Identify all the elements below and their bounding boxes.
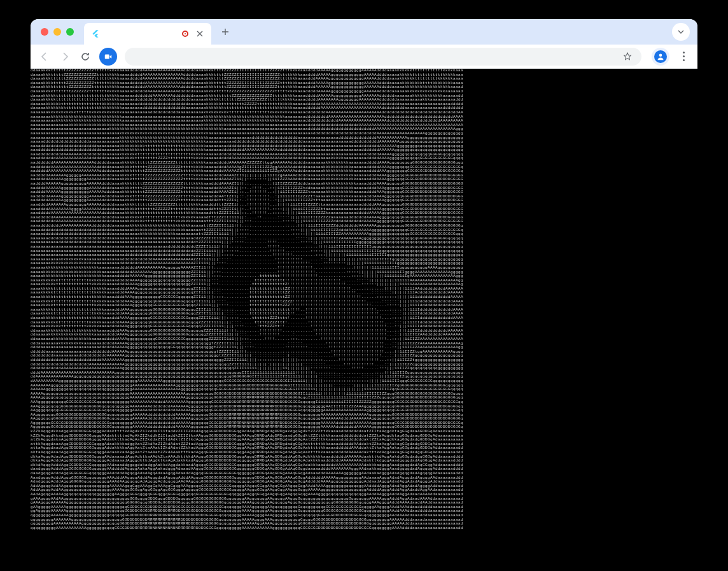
window-close-button[interactable] bbox=[41, 28, 48, 36]
browser-menu-button[interactable] bbox=[675, 48, 692, 66]
forward-button[interactable] bbox=[56, 48, 74, 66]
window-maximize-button[interactable] bbox=[66, 28, 74, 36]
tab-strip bbox=[31, 19, 697, 45]
tab-close-button[interactable] bbox=[195, 29, 205, 39]
browser-toolbar bbox=[31, 45, 697, 69]
recording-indicator-icon bbox=[182, 31, 188, 37]
ascii-art-image: ddaaakkkttttttZZZZZZZZZZZttttttkkkkaaaad… bbox=[31, 69, 463, 530]
traffic-lights bbox=[41, 28, 74, 36]
bookmark-star-icon[interactable] bbox=[621, 50, 634, 63]
window-minimize-button[interactable] bbox=[53, 28, 61, 36]
svg-rect-0 bbox=[105, 54, 109, 59]
address-bar[interactable] bbox=[125, 48, 641, 66]
tabs-dropdown-button[interactable] bbox=[672, 23, 690, 41]
browser-tab-active[interactable] bbox=[84, 23, 211, 45]
profile-button[interactable] bbox=[652, 48, 669, 66]
flutter-icon bbox=[90, 29, 101, 39]
person-icon bbox=[654, 50, 667, 63]
back-button[interactable] bbox=[36, 48, 53, 66]
svg-point-1 bbox=[659, 53, 662, 57]
browser-window: ddaaakkkttttttZZZZZZZZZZZttttttkkkkaaaad… bbox=[31, 19, 697, 535]
page-content: ddaaakkkttttttZZZZZZZZZZZttttttkkkkaaaad… bbox=[31, 69, 697, 535]
new-tab-button[interactable] bbox=[216, 23, 234, 41]
video-extension-icon[interactable] bbox=[99, 48, 117, 66]
reload-button[interactable] bbox=[76, 48, 94, 66]
